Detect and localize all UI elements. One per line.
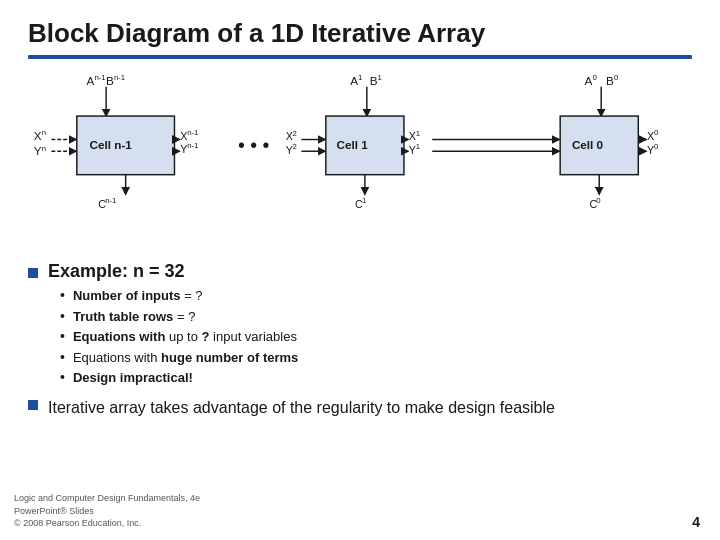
svg-text:2: 2 <box>293 142 297 151</box>
bullet-item-5: • Design impractical! <box>60 368 692 388</box>
footer: Logic and Computer Design Fundamentals, … <box>14 492 200 530</box>
svg-text:0: 0 <box>592 73 597 82</box>
footer-line3: © 2008 Pearson Education, Inc. <box>14 517 200 530</box>
bullet-dot-1: • <box>60 287 65 303</box>
bullet-text-4: Equations with huge number of terms <box>73 348 298 368</box>
svg-text:2: 2 <box>293 129 297 138</box>
example-bullet-square <box>28 268 38 278</box>
bullet-item-1: • Number of inputs = ? <box>60 286 692 306</box>
svg-text:n-1: n-1 <box>105 196 116 205</box>
diagram-area: A n-1 B n-1 A 1 B 1 A 0 B 0 Cell n-1 Cel <box>28 67 692 255</box>
bullet-item-2: • Truth table rows = ? <box>60 307 692 327</box>
svg-text:Cell 0: Cell 0 <box>572 138 604 151</box>
block-diagram-svg: A n-1 B n-1 A 1 B 1 A 0 B 0 Cell n-1 Cel <box>28 67 692 255</box>
svg-text:X: X <box>34 129 42 142</box>
svg-text:• • •: • • • <box>238 134 270 156</box>
footer-line1: Logic and Computer Design Fundamentals, … <box>14 492 200 505</box>
bullet-text-1: Number of inputs = ? <box>73 286 203 306</box>
bullet-text-2: Truth table rows = ? <box>73 307 195 327</box>
svg-text:1: 1 <box>358 73 362 82</box>
svg-text:0: 0 <box>596 196 601 205</box>
bottom-bullet-text: Iterative array takes advantage of the r… <box>48 397 555 419</box>
example-text: Example: n = 32 <box>48 261 185 282</box>
svg-text:1: 1 <box>378 73 382 82</box>
blue-rule <box>28 55 692 59</box>
svg-text:0: 0 <box>654 128 659 137</box>
svg-text:n-1: n-1 <box>187 141 198 150</box>
svg-text:B: B <box>106 74 114 87</box>
svg-text:n-1: n-1 <box>114 73 125 82</box>
bottom-bullet: Iterative array takes advantage of the r… <box>28 397 692 419</box>
bullet-dot-3: • <box>60 328 65 344</box>
svg-text:Y: Y <box>34 144 42 157</box>
svg-text:0: 0 <box>614 73 619 82</box>
svg-text:A: A <box>87 74 95 87</box>
sub-bullet-list: • Number of inputs = ? • Truth table row… <box>60 286 692 389</box>
svg-text:n: n <box>42 128 46 137</box>
bullet-item-3: • Equations with up to ? input variables <box>60 327 692 347</box>
svg-text:A: A <box>585 74 593 87</box>
svg-text:Cell 1: Cell 1 <box>337 138 369 151</box>
svg-text:n-1: n-1 <box>187 128 198 137</box>
svg-text:B: B <box>606 74 614 87</box>
bottom-bullet-square <box>28 400 38 410</box>
content-section: Example: n = 32 • Number of inputs = ? •… <box>28 261 692 419</box>
bullet-dot-4: • <box>60 349 65 365</box>
slide: Block Diagram of a 1D Iterative Array A … <box>0 0 720 540</box>
bullet-dot-5: • <box>60 369 65 385</box>
svg-text:n: n <box>42 144 46 153</box>
example-line: Example: n = 32 <box>28 261 692 282</box>
footer-line2: PowerPoint® Slides <box>14 505 200 518</box>
svg-text:n-1: n-1 <box>94 73 105 82</box>
svg-text:B: B <box>370 74 378 87</box>
svg-text:0: 0 <box>654 142 659 151</box>
bullet-item-4: • Equations with huge number of terms <box>60 348 692 368</box>
slide-title: Block Diagram of a 1D Iterative Array <box>28 18 692 49</box>
bullet-dot-2: • <box>60 308 65 324</box>
page-number: 4 <box>692 514 700 530</box>
svg-text:Cell n-1: Cell n-1 <box>90 138 133 151</box>
bullet-text-5: Design impractical! <box>73 368 193 388</box>
svg-text:A: A <box>350 74 358 87</box>
svg-text:1: 1 <box>362 196 366 205</box>
bullet-text-3: Equations with up to ? input variables <box>73 327 297 347</box>
svg-text:1: 1 <box>416 142 420 151</box>
svg-text:1: 1 <box>416 129 420 138</box>
